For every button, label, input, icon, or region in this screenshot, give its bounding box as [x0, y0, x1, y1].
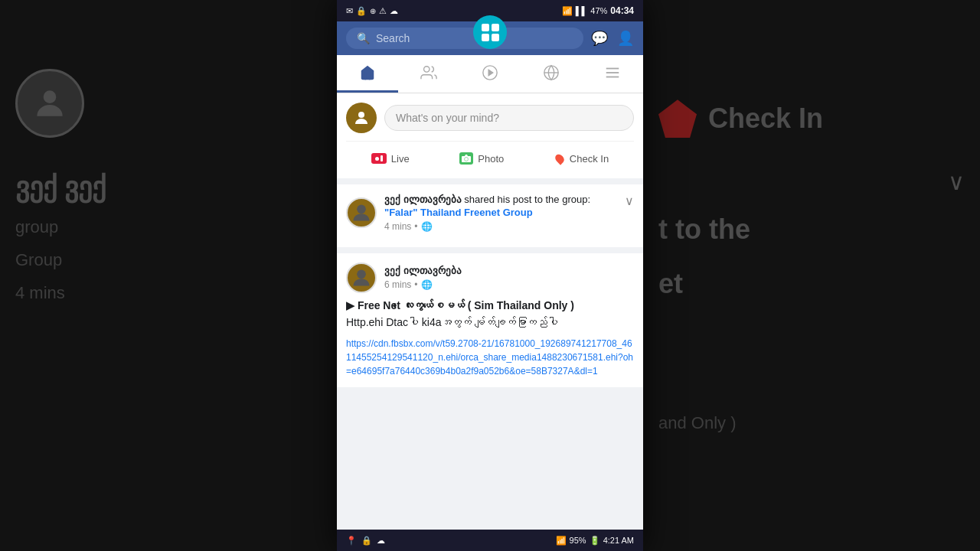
bottom-bar-left: 📍 🔒 ☁: [346, 536, 385, 546]
live-icon: [371, 153, 387, 164]
bottom-time: 4:21 AM: [603, 536, 634, 545]
bg-avatar-1: [15, 69, 84, 138]
post-1: ვექ ილთავრება shared his post to the gro…: [337, 184, 643, 247]
post-1-user-info: ვექ ილთავრება shared his post to the gro…: [384, 194, 625, 232]
tab-home[interactable]: [337, 55, 398, 93]
tab-watch[interactable]: [459, 55, 521, 93]
photo-icon: [459, 152, 473, 165]
post-2-header: ვექ ილთავრება 6 mins • 🌐: [346, 262, 634, 293]
bottom-battery-icon: 🔋: [590, 536, 600, 546]
photo-action[interactable]: Photo: [452, 148, 511, 169]
checkin-pin-icon: [554, 152, 566, 165]
wifi-icon: 📶: [562, 6, 573, 16]
post-1-header: ვექ ილთავრება shared his post to the gro…: [346, 194, 634, 232]
post-2-title: ▶ Free Net လေးကွယ်စေမယ် ( Sim Thailand O…: [346, 299, 634, 311]
bottom-cloud-icon: ☁: [377, 536, 385, 546]
header-icons: 💬 👤: [591, 30, 634, 47]
post-1-chevron[interactable]: ∨: [625, 194, 634, 208]
people-icon[interactable]: 👤: [617, 30, 634, 47]
facebook-header: 🔍 Search 💬 👤: [337, 21, 643, 55]
fb-logo-dot: [492, 34, 499, 41]
composer-actions: Live Photo Check In: [346, 141, 634, 169]
bottom-signal-icon: 📶: [556, 536, 567, 546]
bg-right-panel: Check In ∨ t to the et and Only ): [643, 0, 980, 551]
bg-checkin-label: Check In: [708, 99, 823, 138]
svg-point-0: [44, 90, 57, 103]
nav-tabs: [337, 55, 643, 93]
search-bar[interactable]: 🔍 Search: [346, 28, 583, 49]
svg-point-1: [424, 67, 430, 72]
bg-text1: t to the: [658, 210, 965, 249]
bg-line2: Group: [15, 247, 322, 272]
feed-content[interactable]: What's on your mind? Live Photo: [337, 93, 643, 530]
fb-logo-dot: [482, 24, 489, 31]
bottom-battery: 95%: [570, 536, 586, 545]
cloud-icon: ☁: [390, 6, 398, 16]
post-2-user-info: ვექ ილთავრება 6 mins • 🌐: [384, 265, 462, 290]
bg-chevron-down: ∨: [658, 168, 965, 195]
live-action[interactable]: Live: [364, 148, 417, 169]
bg-time: 4 mins: [15, 280, 322, 305]
post-2-meta: 6 mins • 🌐: [384, 279, 462, 290]
svg-marker-3: [488, 70, 493, 75]
bg-left-panel: ვექ ვექ group Group 4 mins: [0, 0, 337, 551]
search-icon: 🔍: [357, 32, 370, 44]
search-placeholder: Search: [376, 32, 410, 44]
tab-marketplace[interactable]: [521, 55, 582, 93]
live-label: Live: [391, 153, 410, 165]
bottom-bar-right: 📶 95% 🔋 4:21 AM: [556, 536, 634, 546]
composer-input[interactable]: What's on your mind?: [384, 105, 634, 131]
messenger-icon[interactable]: 💬: [591, 30, 608, 47]
svg-point-13: [357, 269, 366, 279]
bg-myanmar-text: ვექ ვექ: [15, 168, 322, 207]
globe-icon: 🌐: [421, 221, 433, 232]
fb-logo-dot: [482, 34, 489, 41]
post-2-user-name: ვექ ილთავრება: [384, 265, 462, 278]
fb-logo-dot: [492, 24, 499, 31]
bg-line1: group: [15, 214, 322, 240]
post-2-content: Http.ehi Dtacပါ ki4aအတွက် မျ်တ်ချက်မာကြည…: [346, 315, 634, 331]
key-icon: ⊕: [370, 7, 376, 15]
svg-point-12: [357, 204, 366, 214]
globe-icon-2: 🌐: [421, 279, 433, 290]
post-1-avatar[interactable]: [346, 197, 377, 228]
bottom-bar: 📍 🔒 ☁ 📶 95% 🔋 4:21 AM: [337, 530, 643, 551]
post-1-user-name: ვექ ილთავრება shared his post to the gro…: [384, 194, 625, 220]
checkin-action[interactable]: Check In: [547, 148, 616, 169]
bottom-location-icon: 📍: [346, 536, 357, 546]
post-2: ვექ ილთავრება 6 mins • 🌐 ▶ Free Net လေးက…: [337, 253, 643, 387]
post-2-user: ვექ ილთავრება 6 mins • 🌐: [346, 262, 462, 293]
fb-logo-grid: [475, 18, 505, 47]
composer-top: What's on your mind?: [346, 103, 634, 133]
post-1-meta: 4 mins • 🌐: [384, 221, 625, 232]
status-bar-left: ✉ 🔒 ⊕ ⚠ ☁: [346, 6, 398, 16]
warning-icon: ⚠: [379, 6, 387, 16]
envelope-icon: ✉: [346, 6, 353, 16]
svg-point-11: [465, 158, 469, 161]
bg-pin-icon: [658, 99, 697, 138]
checkin-icon-wrapper: [554, 153, 565, 164]
checkin-label: Check In: [570, 153, 609, 165]
bg-sim-text: and Only ): [658, 410, 965, 435]
status-bar-right: 📶 ▌▌ 47% 04:34: [562, 5, 634, 16]
post-1-user: ვექ ილთავრება shared his post to the gro…: [346, 194, 625, 232]
signal-icon: ▌▌: [576, 6, 588, 15]
photo-label: Photo: [478, 153, 504, 165]
lock-icon: 🔒: [356, 6, 367, 16]
post-2-link[interactable]: https://cdn.fbsbx.com/v/t59.2708-21/1678…: [346, 337, 634, 378]
battery-percent: 47%: [590, 6, 607, 15]
bottom-lock-icon: 🔒: [361, 536, 372, 546]
svg-point-9: [358, 112, 364, 118]
facebook-logo[interactable]: [473, 15, 507, 49]
post-2-avatar[interactable]: [346, 262, 377, 293]
composer-avatar: [346, 103, 377, 133]
status-time: 04:34: [610, 5, 634, 16]
post-composer: What's on your mind? Live Photo: [337, 93, 643, 178]
bg-text2: et: [658, 265, 965, 303]
phone-container: ✉ 🔒 ⊕ ⚠ ☁ 📶 ▌▌ 47% 04:34 🔍 Search: [337, 0, 643, 551]
tab-friends[interactable]: [398, 55, 459, 93]
tab-menu[interactable]: [582, 55, 643, 93]
